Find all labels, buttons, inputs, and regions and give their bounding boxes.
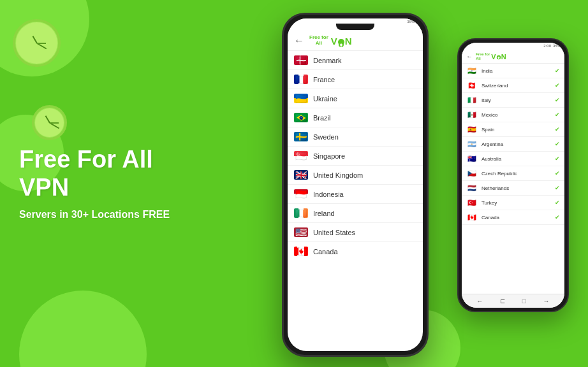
country-list-item-small[interactable]: 🇲🇽 Mexico ✔ xyxy=(462,108,564,122)
country-name: Canada xyxy=(313,248,338,255)
app-subtitle: Servers in 30+ Locations FREE xyxy=(19,210,223,221)
country-flag-small: 🇦🇷 xyxy=(466,140,478,148)
country-flag-small: 🇹🇷 xyxy=(466,199,478,206)
check-icon: ✔ xyxy=(555,68,560,74)
country-list-item[interactable]: 🇺🇸 United States xyxy=(288,223,423,242)
country-list-item[interactable]: 🇸🇪 Sweden xyxy=(288,127,423,147)
country-name: Sweden xyxy=(313,133,339,141)
country-flag: 🇸🇪 xyxy=(294,132,308,141)
country-flag: 🇺🇦 xyxy=(294,94,308,103)
country-list-item[interactable]: 🇧🇷 Brazil xyxy=(288,108,423,127)
logo-vpn-small: VN xyxy=(491,53,506,61)
clock-hand-minute xyxy=(36,43,47,49)
check-icon: ✔ xyxy=(555,97,560,103)
logo-text-all: All xyxy=(316,41,322,47)
country-name: United States xyxy=(313,229,355,236)
country-list-item-small[interactable]: 🇨🇭 Switzerland ✔ xyxy=(462,78,564,93)
country-flag-small: 🇮🇳 xyxy=(466,67,478,75)
battery-display: 35% xyxy=(553,44,561,48)
country-name: Ireland xyxy=(313,210,335,217)
country-list-item[interactable]: 🇮🇩 Indonesia xyxy=(288,185,423,204)
clock-icon-large xyxy=(13,19,61,67)
back-button-small[interactable]: ← xyxy=(466,53,473,60)
country-flag: 🇩🇰 xyxy=(294,55,308,65)
country-flag-small: 🇨🇿 xyxy=(466,169,478,177)
phone-small-screen: 2:00 35% ← Free for All VN 🇮🇳 India ✔ 🇨🇭… xyxy=(462,43,564,308)
country-name: Singapore xyxy=(313,152,345,160)
country-flag-small: 🇨🇭 xyxy=(466,82,478,89)
country-list-item[interactable]: 🇨🇦 Canada xyxy=(288,242,423,261)
country-list-item-small[interactable]: 🇮🇹 Italy ✔ xyxy=(462,93,564,108)
check-icon: ✔ xyxy=(555,170,560,176)
country-list-item[interactable]: 🇸🇬 Singapore xyxy=(288,147,423,166)
country-name-small: Mexico xyxy=(481,112,497,118)
country-flag: 🇸🇬 xyxy=(294,151,308,161)
phone-main-screen: 35% ▮ ← Free for All V N 🇩🇰 Denmark 🇫🇷 F… xyxy=(288,18,423,351)
country-flag-small: 🇪🇸 xyxy=(466,126,478,133)
country-name: Indonesia xyxy=(313,191,344,198)
country-list-item[interactable]: 🇫🇷 France xyxy=(288,70,423,89)
country-flag-small: 🇲🇽 xyxy=(466,111,478,119)
country-flag: 🇮🇪 xyxy=(294,208,308,218)
nav-icon-recent[interactable]: □ xyxy=(522,298,526,305)
country-list-item-small[interactable]: 🇪🇸 Spain ✔ xyxy=(462,122,564,137)
check-icon: ✔ xyxy=(555,155,560,162)
country-name: France xyxy=(313,76,335,83)
country-list-item-small[interactable]: 🇦🇺 Australia ✔ xyxy=(462,152,564,166)
country-flag: 🇺🇸 xyxy=(294,227,308,237)
country-list-item[interactable]: 🇺🇦 Ukraine xyxy=(288,89,423,108)
country-name-small: India xyxy=(481,68,492,74)
country-list-item-small[interactable]: 🇨🇦 Canada ✔ xyxy=(462,210,564,225)
country-list-item[interactable]: 🇬🇧 United Kingdom xyxy=(288,166,423,185)
country-flag: 🇨🇦 xyxy=(294,247,308,256)
country-name-small: Czech Republic xyxy=(481,171,517,176)
country-list-item-small[interactable]: 🇮🇳 India ✔ xyxy=(462,64,564,78)
country-flag: 🇮🇩 xyxy=(294,189,308,199)
country-list-item-small[interactable]: 🇦🇷 Argentina ✔ xyxy=(462,137,564,152)
phone-notch xyxy=(336,24,374,30)
country-list-item-small[interactable]: 🇳🇱 Netherlands ✔ xyxy=(462,181,564,196)
nav-icon-home[interactable]: ⊏ xyxy=(500,298,505,305)
nav-icon-forward[interactable]: → xyxy=(543,298,550,305)
status-bar-main: 35% ▮ xyxy=(407,19,418,23)
country-flag: 🇧🇷 xyxy=(294,113,308,122)
country-list-item-small[interactable]: 🇨🇿 Czech Republic ✔ xyxy=(462,166,564,181)
left-panel: Free For All VPN Servers in 30+ Location… xyxy=(19,146,223,220)
country-name-small: Switzerland xyxy=(481,83,508,89)
country-name: Brazil xyxy=(313,114,331,122)
check-icon: ✔ xyxy=(555,199,560,206)
app-title: Free For All VPN xyxy=(19,146,223,201)
phone-main: 35% ▮ ← Free for All V N 🇩🇰 Denmark 🇫🇷 F… xyxy=(282,13,429,357)
app-logo-main: Free for All V N xyxy=(309,35,352,47)
clock-icon-small xyxy=(32,105,67,140)
check-icon: ✔ xyxy=(555,141,560,147)
phone-small: 2:00 35% ← Free for All VN 🇮🇳 India ✔ 🇨🇭… xyxy=(457,38,569,312)
country-flag-small: 🇨🇦 xyxy=(466,213,478,221)
country-flag-small: 🇳🇱 xyxy=(466,184,478,192)
logo-vpn-main: V N xyxy=(331,36,352,47)
check-icon: ✔ xyxy=(555,112,560,118)
back-button-main[interactable]: ← xyxy=(294,35,304,47)
time-display: 2:00 xyxy=(543,44,551,48)
country-list-item-small[interactable]: 🇹🇷 Turkey ✔ xyxy=(462,196,564,210)
country-name-small: Turkey xyxy=(481,200,497,206)
app-logo-small: Free for All VN xyxy=(476,52,506,61)
country-list-item[interactable]: 🇮🇪 Ireland xyxy=(288,204,423,223)
country-list-item[interactable]: 🇩🇰 Denmark xyxy=(288,51,423,70)
nav-icon-back[interactable]: ← xyxy=(476,298,483,305)
country-flag-small: 🇦🇺 xyxy=(466,155,478,162)
country-name: Ukraine xyxy=(313,95,337,103)
country-list-small: 🇮🇳 India ✔ 🇨🇭 Switzerland ✔ 🇮🇹 Italy ✔ 🇲… xyxy=(462,64,564,225)
logo-wrap: Free for All xyxy=(309,35,328,47)
country-flag: 🇫🇷 xyxy=(294,75,308,84)
clock-hand-hour xyxy=(32,36,37,43)
bottom-nav: ← ⊏ □ → xyxy=(462,294,564,308)
country-name-small: Spain xyxy=(481,127,494,133)
country-name-small: Australia xyxy=(481,156,501,162)
app-header-main: ← Free for All V N xyxy=(288,30,423,51)
check-icon: ✔ xyxy=(555,82,560,89)
clock-hand-hour-2 xyxy=(45,115,50,123)
app-header-small: ← Free for All VN xyxy=(462,49,564,64)
check-icon: ✔ xyxy=(555,185,560,191)
country-flag-small: 🇮🇹 xyxy=(466,96,478,104)
